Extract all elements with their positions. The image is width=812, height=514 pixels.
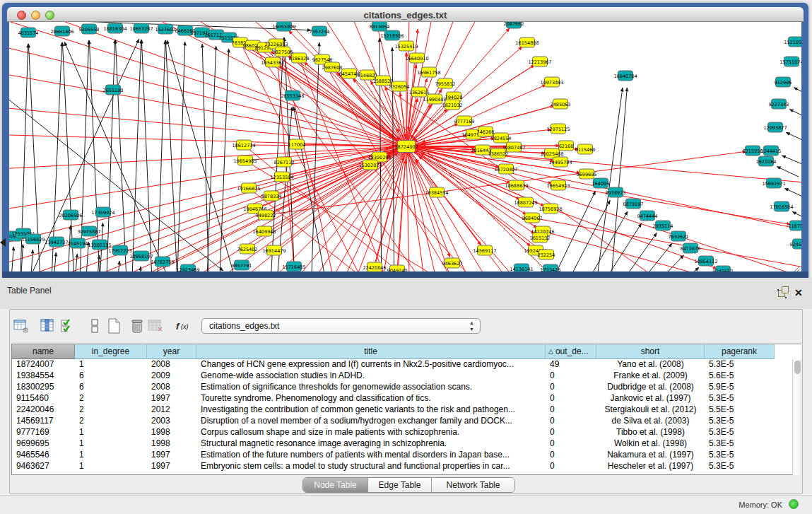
node-table: namein_degreeyeartitle△out_de...shortpag…	[11, 344, 801, 475]
graph-node-label: 16914479	[262, 248, 286, 254]
graph-node-label: 23226053	[264, 42, 288, 47]
toggle-columns-icon[interactable]	[39, 317, 56, 334]
table-row[interactable]: 969969511998Structural magnetic resonanc…	[12, 438, 792, 450]
graph-node-label: 8471676	[681, 246, 701, 252]
new-table-icon[interactable]	[105, 317, 122, 334]
table-source-dropdown[interactable]: citations_edges.txt ▲▼	[201, 318, 481, 334]
table-row[interactable]: 946362711997Embryonic stem cells: a mode…	[12, 461, 792, 472]
graph-node-label: 15325419	[394, 44, 418, 49]
table-cell: 1	[75, 427, 147, 438]
table-cell: 0	[546, 461, 596, 472]
network-canvas[interactable]: 4035574206914069205558188163041065328715…	[9, 22, 801, 275]
table-cell: Corpus callosum shape and size in male p…	[196, 427, 546, 438]
graph-node-label: 20206506	[59, 213, 82, 218]
delete-rows-icon[interactable]	[129, 317, 146, 334]
table-cell: 18724007	[12, 359, 75, 370]
svg-text:(x): (x)	[181, 323, 189, 330]
graph-node-label: 117004	[288, 142, 306, 148]
table-row[interactable]: 1456911722003Disruption of a novel membe…	[12, 416, 792, 427]
graph-node-label: 252254	[538, 252, 555, 258]
table-cell: 1998	[147, 438, 196, 450]
table-cell: 0	[546, 427, 596, 438]
column-header-in_degree[interactable]: in_degree	[75, 344, 147, 359]
graph-node-label: 15692971	[762, 181, 785, 187]
network-window-titlebar[interactable]: citations_edges.txt	[7, 7, 804, 22]
svg-text:f: f	[176, 321, 180, 332]
tab-edge-table[interactable]: Edge Table	[368, 478, 432, 492]
graph-node-label: 1615132	[530, 235, 551, 241]
graph-node-label: 9827546	[312, 57, 333, 63]
column-header-out_de[interactable]: △out_de...	[546, 344, 596, 359]
table-row[interactable]: 1938455462009Genome-wide association stu…	[12, 370, 792, 382]
table-cell: 18300295	[12, 382, 75, 393]
column-header-title[interactable]: title	[196, 344, 546, 359]
table-row[interactable]: 977716911998Corpus callosum shape and si…	[12, 427, 792, 438]
graph-node-label: 8813054	[370, 24, 390, 30]
column-header-name[interactable]: name	[12, 344, 75, 359]
table-cell: Hescheler et al. (1997)	[596, 461, 705, 472]
graph-node-label: 1362615	[409, 90, 430, 95]
table-cell: 5.9E-5	[705, 382, 775, 393]
graph-node-label: 17957223	[108, 248, 131, 254]
graph-node-label: 9827506	[273, 49, 293, 55]
desktop-left-artifact	[0, 238, 6, 247]
table-cell: Wolkin et al. (1998)	[596, 438, 705, 450]
graph-node-label: 9205558	[79, 27, 100, 33]
row-height-icon[interactable]	[86, 317, 103, 334]
graph-node-label: 15716485	[282, 264, 305, 270]
graph-node-label: 20691406	[50, 29, 73, 35]
table-cell: 2012	[147, 404, 196, 416]
table-cell: 5.3E-5	[705, 450, 775, 461]
tab-network-table[interactable]: Network Table	[432, 478, 514, 492]
graph-node-label: 746266	[477, 129, 495, 135]
table-cell: Tourette syndrome. Phenomenology and cla…	[196, 393, 546, 404]
table-cell: 9699695	[12, 438, 75, 450]
column-header-pagerank[interactable]: pagerank	[705, 344, 775, 359]
table-panel: Table Panel ✕ ⚙f(x) citations_edges.txt …	[0, 278, 812, 495]
graph-node-label: 9146821	[358, 73, 378, 78]
graph-node-label: 62160	[559, 144, 574, 149]
delete-table-icon[interactable]	[147, 317, 164, 334]
graph-node-label: 12353594	[270, 175, 293, 180]
function-builder-icon[interactable]: f(x)	[175, 317, 193, 334]
graph-node-label: 9699695	[577, 172, 597, 177]
table-cell: 9115460	[12, 393, 75, 404]
table-scrollbar-thumb[interactable]	[794, 361, 801, 374]
float-panel-icon[interactable]	[778, 290, 785, 297]
table-cell: Dudbridge et al. (2008)	[596, 382, 705, 393]
graph-node-label: 116753	[789, 223, 801, 229]
graph-node-label: 794028	[445, 95, 463, 100]
table-cell: Investigating the contribution of common…	[196, 404, 546, 416]
memory-status-indicator[interactable]	[789, 499, 799, 509]
network-window-title: citations_edges.txt	[7, 10, 804, 21]
table-row[interactable]: 2242004622012Investigating the contribut…	[12, 404, 792, 416]
table-settings-icon[interactable]: ⚙	[13, 317, 30, 334]
table-row[interactable]: 946554611997Estimation of the future num…	[12, 450, 792, 461]
dropdown-arrows-icon: ▲▼	[469, 320, 474, 332]
graph-node-label: 13942737	[45, 240, 68, 245]
column-header-short[interactable]: short	[596, 344, 705, 359]
table-row[interactable]: 1830029562008Estimation of significance …	[12, 382, 792, 393]
tab-node-table[interactable]: Node Table	[303, 478, 368, 492]
graph-node-label: 7485063	[551, 102, 571, 107]
status-bar: Memory: OK	[0, 495, 812, 514]
close-panel-icon[interactable]: ✕	[794, 287, 803, 298]
graph-node-label: 8454749	[339, 71, 360, 77]
graph-node-label: 19166825	[237, 186, 260, 192]
table-cell: 0	[546, 370, 596, 382]
graph-node-label: 16961758	[417, 70, 440, 76]
graph-node-label: 15218506	[380, 33, 404, 39]
select-rows-icon[interactable]	[59, 317, 76, 334]
table-vertical-scrollbar[interactable]	[792, 359, 801, 475]
graph-node-label: 1244415	[761, 148, 782, 154]
graph-node-label: 17016504	[770, 204, 793, 210]
graph-node-label: 10958107	[129, 254, 153, 259]
graph-node-label: 10854112	[694, 259, 717, 264]
graph-node-label: 8938923	[606, 190, 626, 196]
table-row[interactable]: 911546021997Tourette syndrome. Phenomeno…	[12, 393, 792, 404]
table-cell: 5.3E-5	[705, 461, 775, 472]
graph-node-label: 7632621	[669, 234, 689, 240]
table-row[interactable]: 1872400712008Changes of HCN gene express…	[12, 359, 792, 370]
column-header-year[interactable]: year	[147, 344, 196, 359]
graph-node-label: 1621032	[442, 103, 463, 108]
